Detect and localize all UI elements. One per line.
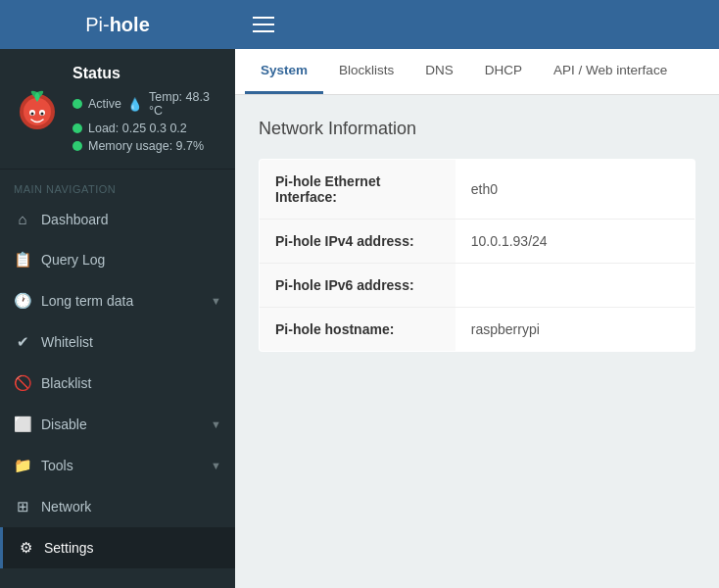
- row-3-label: Pi-hole hostname:: [260, 308, 455, 352]
- hamburger-icon: [253, 17, 274, 32]
- status-title: Status: [72, 65, 221, 82]
- status-info: Status Active 💧 Temp: 48.3 °C Load: 0.25…: [72, 65, 221, 155]
- sidebar-item-disable[interactable]: ⬜Disable▼: [0, 404, 235, 445]
- sidebar-item-blacklist[interactable]: 🚫Blacklist: [0, 363, 235, 404]
- content-area: Network Information Pi-hole Ethernet Int…: [235, 95, 719, 588]
- sidebar-item-settings[interactable]: ⚙Settings: [0, 527, 235, 568]
- query-log-icon: 📋: [14, 251, 31, 269]
- active-indicator: [72, 99, 82, 109]
- sidebar-item-dashboard[interactable]: ⌂Dashboard: [0, 199, 235, 239]
- disable-arrow-icon: ▼: [211, 418, 221, 430]
- brand: Pi-hole: [0, 14, 235, 36]
- blacklist-icon: 🚫: [14, 374, 31, 392]
- section-title: Network Information: [259, 119, 695, 139]
- pihole-logo: [14, 86, 61, 133]
- row-1-label: Pi-hole IPv4 address:: [260, 220, 455, 264]
- sidebar-item-query-log[interactable]: 📋Query Log: [0, 239, 235, 280]
- menu-button[interactable]: [235, 17, 292, 32]
- temp-icon: 💧: [127, 97, 143, 112]
- sidebar-item-long-term-data[interactable]: 🕐Long term data▼: [0, 280, 235, 321]
- table-row: Pi-hole Ethernet Interface:eth0: [260, 160, 695, 220]
- dashboard-icon: ⌂: [14, 211, 31, 227]
- nav-section-label: MAIN NAVIGATION: [0, 170, 235, 199]
- temp-label: Temp: 48.3 °C: [149, 90, 221, 118]
- row-3-value: raspberrypi: [455, 308, 695, 352]
- tab-system[interactable]: System: [245, 49, 323, 94]
- tab-dhcp[interactable]: DHCP: [469, 49, 538, 94]
- svg-point-5: [41, 113, 44, 116]
- row-0-value: eth0: [455, 160, 695, 220]
- sidebar-item-network[interactable]: ⊞Network: [0, 486, 235, 527]
- tabs-bar: SystemBlocklistsDNSDHCPAPI / Web interfa…: [235, 49, 719, 95]
- tab-blocklists[interactable]: Blocklists: [323, 49, 409, 94]
- network-info-table: Pi-hole Ethernet Interface:eth0Pi-hole I…: [259, 159, 695, 352]
- brand-pi: Pi-: [85, 14, 109, 36]
- sidebar-item-label-blacklist: Blacklist: [41, 375, 221, 391]
- sidebar-item-label-query-log: Query Log: [41, 252, 221, 268]
- long-term-data-arrow-icon: ▼: [211, 295, 221, 307]
- status-memory: Memory usage: 9.7%: [72, 139, 221, 153]
- header: Pi-hole: [0, 0, 719, 49]
- brand-hole: hole: [110, 14, 150, 36]
- main-content: SystemBlocklistsDNSDHCPAPI / Web interfa…: [235, 49, 719, 588]
- memory-indicator: [72, 141, 82, 151]
- row-2-value: [455, 264, 695, 308]
- tools-icon: 📁: [14, 457, 31, 474]
- sidebar-item-tools[interactable]: 📁Tools▼: [0, 445, 235, 486]
- table-row: Pi-hole hostname:raspberrypi: [260, 308, 695, 352]
- tab-api-web-interface[interactable]: API / Web interface: [538, 49, 683, 94]
- network-icon: ⊞: [14, 498, 31, 515]
- settings-icon: ⚙: [17, 539, 34, 557]
- nav-items: ⌂Dashboard📋Query Log🕐Long term data▼✔Whi…: [0, 199, 235, 568]
- table-row: Pi-hole IPv6 address:: [260, 264, 695, 308]
- load-indicator: [72, 123, 82, 133]
- sidebar-item-label-dashboard: Dashboard: [41, 212, 221, 227]
- table-row: Pi-hole IPv4 address:10.0.1.93/24: [260, 220, 695, 264]
- sidebar-item-label-tools: Tools: [41, 458, 201, 473]
- svg-point-4: [31, 113, 34, 116]
- memory-label: Memory usage: 9.7%: [88, 139, 204, 153]
- sidebar-item-label-network: Network: [41, 499, 221, 514]
- load-label: Load: 0.25 0.3 0.2: [88, 122, 187, 135]
- whitelist-icon: ✔: [14, 333, 31, 351]
- sidebar-item-label-disable: Disable: [41, 416, 201, 432]
- status-icon-area: Status Active 💧 Temp: 48.3 °C Load: 0.25…: [14, 65, 221, 155]
- sidebar: Status Active 💧 Temp: 48.3 °C Load: 0.25…: [0, 49, 235, 588]
- tools-arrow-icon: ▼: [211, 460, 221, 471]
- status-active: Active 💧 Temp: 48.3 °C: [72, 90, 221, 118]
- sidebar-item-whitelist[interactable]: ✔Whitelist: [0, 321, 235, 363]
- active-label: Active: [88, 97, 121, 111]
- tab-dns[interactable]: DNS: [409, 49, 469, 94]
- status-box: Status Active 💧 Temp: 48.3 °C Load: 0.25…: [0, 49, 235, 170]
- row-1-value: 10.0.1.93/24: [455, 220, 695, 264]
- sidebar-item-label-long-term-data: Long term data: [41, 293, 201, 309]
- layout: Status Active 💧 Temp: 48.3 °C Load: 0.25…: [0, 49, 719, 588]
- sidebar-item-label-settings: Settings: [44, 540, 221, 556]
- row-2-label: Pi-hole IPv6 address:: [260, 264, 455, 308]
- disable-icon: ⬜: [14, 416, 31, 433]
- status-load: Load: 0.25 0.3 0.2: [72, 122, 221, 135]
- long-term-data-icon: 🕐: [14, 292, 31, 310]
- sidebar-item-label-whitelist: Whitelist: [41, 334, 221, 350]
- row-0-label: Pi-hole Ethernet Interface:: [260, 160, 455, 220]
